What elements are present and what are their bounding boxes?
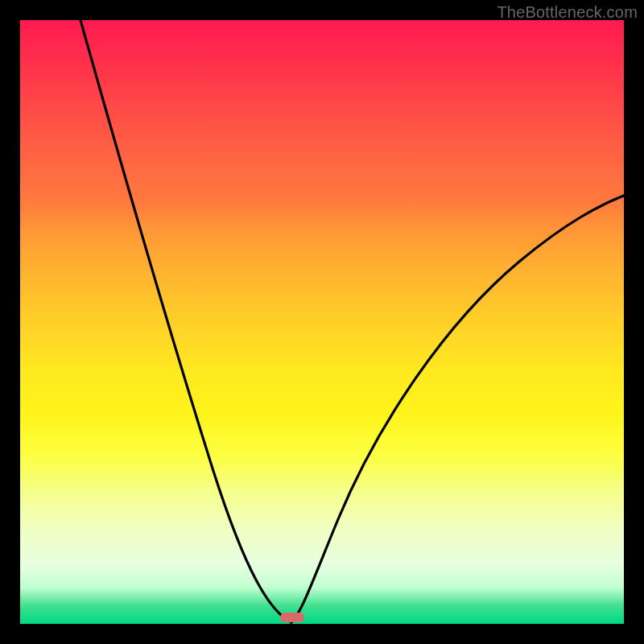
chart-frame [20, 20, 624, 624]
curve-right-branch [291, 196, 624, 622]
bottleneck-curve [20, 20, 624, 624]
optimum-marker [280, 613, 304, 622]
attribution-text: TheBottleneck.com [497, 3, 638, 22]
curve-left-branch [80, 20, 291, 622]
